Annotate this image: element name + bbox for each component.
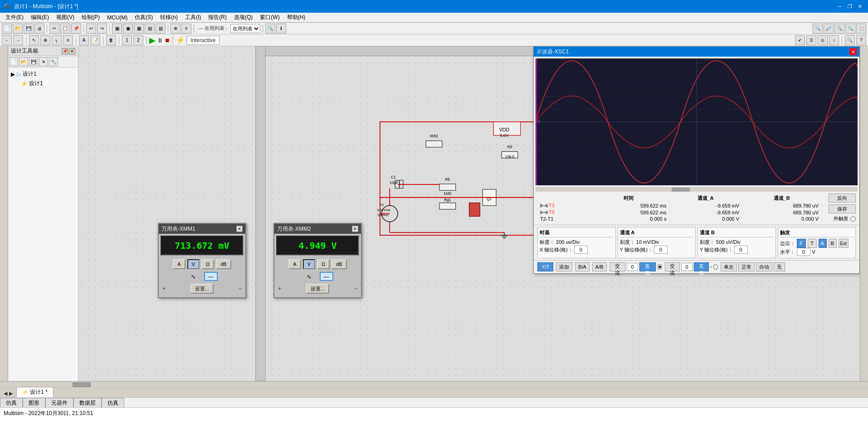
osc-scrollbar[interactable] (536, 187, 858, 192)
menu-help[interactable]: 帮助(H) (283, 13, 309, 22)
canvas-area[interactable]: VDD 5.0V 6MΩ Rb 1MΩ Rg1 Rd (78, 46, 860, 381)
num2-btn[interactable]: 2 (133, 35, 143, 45)
cut-btn[interactable]: ✂ (49, 24, 59, 34)
reverse-btn[interactable]: 反向 (829, 193, 856, 203)
postproc3-btn[interactable]: ◎ (818, 35, 828, 45)
trigger-f-btn[interactable]: F (797, 239, 806, 248)
note-btn[interactable]: 📝 (90, 35, 100, 45)
minimize-btn[interactable]: ─ (835, 2, 844, 11)
chb-radio[interactable] (713, 264, 718, 270)
hierarchy-btn[interactable]: 🔧 (49, 57, 58, 66)
menu-mcu[interactable]: MCU(M) (103, 14, 131, 22)
num-btn[interactable]: 1 (122, 35, 132, 45)
mm1-btn-a[interactable]: A (173, 259, 185, 269)
mm2-settings-btn[interactable]: 设置... (306, 284, 329, 294)
open-design-btn[interactable]: 📂 (19, 57, 28, 66)
tab-sim2[interactable]: 仿真 (102, 398, 124, 407)
mm2-title-bar[interactable]: 万用表-XMM2 ✕ (274, 224, 361, 234)
menu-draw[interactable]: 绘制(P) (78, 13, 103, 22)
grid4-btn[interactable]: ▤ (145, 24, 155, 34)
stop-btn[interactable]: ⏹ (165, 37, 170, 44)
search-btn[interactable]: 🔍 (845, 35, 855, 45)
cha-ac-val[interactable] (627, 263, 638, 271)
text-btn[interactable]: A (79, 35, 89, 45)
restore-btn[interactable]: ❐ (845, 2, 854, 11)
new-btn[interactable]: 📄 (2, 24, 12, 34)
menu-view[interactable]: 视图(V) (53, 13, 78, 22)
timebase-x-input[interactable] (574, 246, 588, 254)
osc-close-btn[interactable]: ✕ (849, 48, 857, 55)
tab-graph[interactable]: 图形 (23, 398, 45, 407)
cha-radio[interactable] (657, 264, 663, 270)
undo-btn[interactable]: ↩ (86, 24, 96, 34)
menu-options[interactable]: 选项(Q) (230, 13, 256, 22)
trigger-t-btn[interactable]: T (808, 239, 817, 248)
add-btn[interactable]: 添加 (556, 262, 572, 271)
grid5-btn[interactable]: ▥ (156, 24, 166, 34)
ext-trigger-radio[interactable] (850, 216, 856, 222)
tab-datalayer[interactable]: 数据层 (73, 398, 102, 407)
zoom-sel-btn[interactable]: ⬚ (856, 24, 866, 34)
chb-dc-btn[interactable]: 直流 (694, 262, 709, 271)
zoom-fit-btn[interactable]: 🔍 (813, 24, 823, 34)
mm1-btn-ohm[interactable]: Ω (201, 259, 214, 269)
auto-btn[interactable]: 自动 (756, 262, 772, 271)
menu-file[interactable]: 文件(E) (2, 13, 27, 22)
ba-btn[interactable]: B/A (575, 262, 590, 271)
trigger-b-btn[interactable]: B (829, 239, 837, 248)
zoom-area-btn[interactable]: 🔍 (845, 24, 855, 34)
menu-sim[interactable]: 仿真(S) (131, 13, 156, 22)
print-btn[interactable]: 🖨 (34, 24, 44, 34)
comp-btn[interactable]: ⊕ (40, 35, 50, 45)
yt-btn[interactable]: Y/T (537, 262, 553, 271)
trigger-a-btn[interactable]: A (819, 239, 827, 248)
trigger-level-input[interactable] (797, 248, 810, 256)
mm1-title-bar[interactable]: 万用表-XMM1 ✕ (159, 224, 245, 234)
menu-edit[interactable]: 编辑(E) (27, 13, 53, 22)
cha-y-input[interactable] (654, 246, 668, 254)
help2-btn[interactable]: ? (856, 35, 866, 45)
mm1-btn-db[interactable]: dB (216, 259, 231, 269)
copy-btn[interactable]: 📋 (60, 24, 70, 34)
zoom-100-btn[interactable]: 🔎 (824, 24, 834, 34)
postproc4-btn[interactable]: ○ (829, 35, 839, 45)
chb-ac-val[interactable] (681, 263, 692, 271)
menu-tools[interactable]: 工具(I) (181, 13, 205, 22)
tab-design1[interactable]: ⚡ 设计1 * (16, 387, 54, 397)
mm1-btn-v[interactable]: V (187, 259, 200, 269)
close-btn[interactable]: ✕ (855, 2, 864, 11)
tree-item-design1-child[interactable]: ⚡ 设计1 (10, 79, 76, 88)
mm2-ac-icon[interactable]: ∿ (302, 272, 316, 281)
cha-dc-btn[interactable]: 直流 (639, 262, 656, 271)
in-use-list[interactable]: 在用列表 (230, 24, 260, 33)
menu-report[interactable]: 报告(R) (205, 13, 230, 22)
save-btn[interactable]: 保存 (829, 204, 856, 213)
run-btn[interactable]: ▶ (149, 35, 156, 45)
grid3-btn[interactable]: ▩ (134, 24, 144, 34)
cha-ac-btn[interactable]: 交流 (610, 262, 626, 271)
comp2-btn[interactable]: ≡ (181, 24, 191, 34)
bottom-left-arrow1[interactable]: ◀ (4, 391, 7, 396)
save-btn[interactable]: 💾 (24, 24, 34, 34)
osc-title-bar[interactable]: 示波器-XSC1 ✕ (534, 47, 859, 57)
bus-btn[interactable]: ≡ (63, 35, 73, 45)
tree-item-design1-parent[interactable]: ▶ ▷ 设计1 (10, 69, 76, 79)
paste-btn[interactable]: 📌 (71, 24, 81, 34)
mm1-close-btn[interactable]: ✕ (236, 226, 243, 232)
mm2-btn-v[interactable]: V (303, 259, 315, 269)
mm1-dc-icon[interactable]: — (204, 272, 218, 281)
mm2-btn-a[interactable]: A (288, 259, 301, 269)
save-design-btn[interactable]: 💾 (29, 57, 38, 66)
redo-btn[interactable]: ↪ (97, 24, 107, 34)
new-design-btn[interactable]: 📄 (9, 57, 18, 66)
pause-btn[interactable]: ⏸ (157, 37, 163, 44)
menu-window[interactable]: 窗口(W) (256, 13, 283, 22)
menu-transfer[interactable]: 转移(n) (156, 13, 181, 22)
del-btn[interactable]: 🗑 (106, 35, 116, 45)
mm1-ac-icon[interactable]: ∿ (187, 272, 200, 281)
mm2-btn-ohm[interactable]: Ω (317, 259, 330, 269)
tab-component[interactable]: 元器件 (45, 398, 73, 407)
arr2-btn[interactable]: → (13, 35, 23, 45)
mm2-close-btn[interactable]: ✕ (352, 226, 358, 232)
arrow-btn[interactable]: ← (2, 35, 12, 45)
